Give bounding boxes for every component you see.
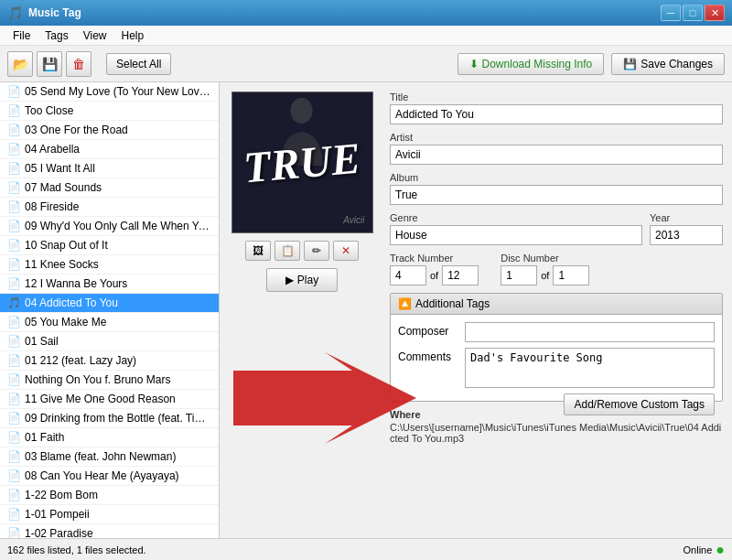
list-item[interactable]: 📄08 Can You Hear Me (Ayayaya) <box>0 467 219 486</box>
add-remove-custom-tags-button[interactable]: Add/Remove Custom Tags <box>564 393 715 415</box>
list-item[interactable]: 📄01 Sail <box>0 332 219 351</box>
menu-help[interactable]: Help <box>114 27 152 44</box>
open-button[interactable]: 📂 <box>7 51 33 77</box>
song-title: 1-01 Pompeii <box>25 508 90 521</box>
collapse-icon: 🔼 <box>398 297 412 310</box>
save-changes-button[interactable]: 💾 Save Changes <box>611 53 725 75</box>
song-title: 09 Why'd You Only Call Me When You'r... <box>25 220 211 232</box>
list-item[interactable]: 📄09 Why'd You Only Call Me When You'r... <box>0 217 219 236</box>
album-controls: 🖼 📋 ✏ ✕ <box>245 241 359 261</box>
title-label: Title <box>390 92 723 102</box>
song-title: 1-22 Bom Bom <box>25 489 98 501</box>
song-title: 01 212 (feat. Lazy Jay) <box>25 354 136 367</box>
composer-input[interactable] <box>465 322 715 342</box>
song-title: 05 I Want It All <box>25 162 95 175</box>
list-item[interactable]: 📄1-02 Paradise <box>0 524 219 538</box>
list-item[interactable]: 📄03 One For the Road <box>0 121 219 140</box>
song-file-icon: 📄 <box>7 373 21 386</box>
list-item[interactable]: 📄1-22 Bom Bom <box>0 486 219 505</box>
download-icon: ⬇ <box>469 58 479 70</box>
track-number-input[interactable] <box>390 265 426 285</box>
list-item[interactable]: 📄05 Send My Love (To Your New Lover) <box>0 82 219 102</box>
save-button[interactable]: 💾 <box>37 51 62 77</box>
toolbar: 📂 💾 🗑 Select All ⬇ Download Missing Info… <box>0 46 732 82</box>
list-item[interactable]: 📄01 Faith <box>0 428 219 447</box>
list-item[interactable]: 📄12 I Wanna Be Yours <box>0 275 219 294</box>
song-file-icon: 📄 <box>7 258 21 271</box>
song-title: 08 Fireside <box>25 200 79 213</box>
album-ctrl-2[interactable]: 📋 <box>274 241 300 261</box>
list-item[interactable]: 📄03 Blame (feat. John Newman) <box>0 447 219 467</box>
svg-point-0 <box>291 98 313 124</box>
song-file-icon: 📄 <box>7 412 21 425</box>
composer-label: Composer <box>398 322 458 338</box>
song-title: 03 One For the Road <box>25 124 128 136</box>
year-label: Year <box>650 212 723 223</box>
list-item[interactable]: 📄01 212 (feat. Lazy Jay) <box>0 351 219 371</box>
song-file-icon: 📄 <box>7 239 21 252</box>
list-item[interactable]: 📄10 Snap Out of It <box>0 236 219 255</box>
track-total-input[interactable] <box>442 265 479 285</box>
track-number-label: Track Number <box>390 253 479 264</box>
song-title: 05 Send My Love (To Your New Lover) <box>25 85 211 98</box>
list-item[interactable]: 📄05 You Make Me <box>0 313 219 332</box>
minimize-button[interactable]: ─ <box>661 5 681 21</box>
disc-number-label: Disc Number <box>501 253 589 264</box>
status-text: 162 files listed, 1 files selected. <box>7 544 146 555</box>
avicii-logo: Avicii <box>343 215 364 225</box>
list-item[interactable]: 📄1-01 Pompeii <box>0 505 219 524</box>
album-ctrl-1[interactable]: 🖼 <box>245 241 271 261</box>
list-item[interactable]: 📄09 Drinking from the Bottle (feat. Tini… <box>0 409 219 428</box>
album-art: TRUE Avicii <box>231 92 373 233</box>
metadata-section: Title Artist Album Genre Year <box>390 92 723 529</box>
song-title: 12 I Wanna Be Yours <box>25 277 127 290</box>
song-file-icon: 📄 <box>7 104 21 117</box>
list-item[interactable]: 📄04 Arabella <box>0 140 219 159</box>
album-label: Album <box>390 172 723 183</box>
list-item[interactable]: 📄05 I Want It All <box>0 159 219 178</box>
close-button[interactable]: ✕ <box>705 5 725 21</box>
additional-tags-title: Additional Tags <box>415 297 490 310</box>
list-item[interactable]: 📄11 Give Me One Good Reason <box>0 390 219 409</box>
song-title: 04 Addicted To You <box>25 296 118 309</box>
online-indicator: ● <box>716 542 725 558</box>
select-all-button[interactable]: Select All <box>106 53 171 75</box>
song-file-icon: 📄 <box>7 181 21 194</box>
disc-number-input[interactable] <box>501 265 537 285</box>
menu-file[interactable]: File <box>5 27 38 44</box>
song-file-icon: 📄 <box>7 124 21 136</box>
year-input[interactable] <box>650 225 723 245</box>
album-ctrl-3[interactable]: ✏ <box>304 241 329 261</box>
song-title: Too Close <box>25 104 73 117</box>
list-item[interactable]: 🎵04 Addicted To You <box>0 294 219 313</box>
song-title: 08 Can You Hear Me (Ayayaya) <box>25 469 179 482</box>
menu-tags[interactable]: Tags <box>38 27 75 44</box>
download-missing-info-button[interactable]: ⬇ Download Missing Info <box>458 53 605 75</box>
title-input[interactable] <box>390 104 723 124</box>
artist-input[interactable] <box>390 145 723 165</box>
delete-button[interactable]: 🗑 <box>66 51 92 77</box>
album-ctrl-4[interactable]: ✕ <box>333 241 359 261</box>
play-button[interactable]: ▶ Play <box>266 268 338 292</box>
save-icon: 💾 <box>623 58 637 70</box>
genre-input[interactable] <box>390 225 642 245</box>
additional-tags-header[interactable]: 🔼 Additional Tags <box>391 294 722 315</box>
song-file-icon: 📄 <box>7 508 21 521</box>
song-title: 01 Sail <box>25 335 59 348</box>
song-file-icon: 📄 <box>7 431 21 444</box>
list-item[interactable]: 📄07 Mad Sounds <box>0 178 219 198</box>
where-path: C:\Users\[username]\Music\iTunes\iTunes … <box>390 422 723 444</box>
list-item[interactable]: 📄Too Close <box>0 102 219 121</box>
statusbar: 162 files listed, 1 files selected. Onli… <box>0 538 732 560</box>
additional-tags-section: 🔼 Additional Tags Composer Comments Dad'… <box>390 293 723 402</box>
list-item[interactable]: 📄Nothing On You f. Bruno Mars <box>0 371 219 390</box>
comments-textarea[interactable]: Dad's Favourite Song <box>465 348 715 388</box>
song-file-icon: 📄 <box>7 354 21 367</box>
list-item[interactable]: 📄08 Fireside <box>0 198 219 217</box>
maximize-button[interactable]: □ <box>683 5 703 21</box>
album-input[interactable] <box>390 185 723 205</box>
list-item[interactable]: 📄11 Knee Socks <box>0 255 219 275</box>
right-panel: TRUE Avicii 🖼 📋 ✏ ✕ ▶ Play Title Artist <box>220 82 732 538</box>
disc-total-input[interactable] <box>553 265 589 285</box>
menu-view[interactable]: View <box>76 27 114 44</box>
